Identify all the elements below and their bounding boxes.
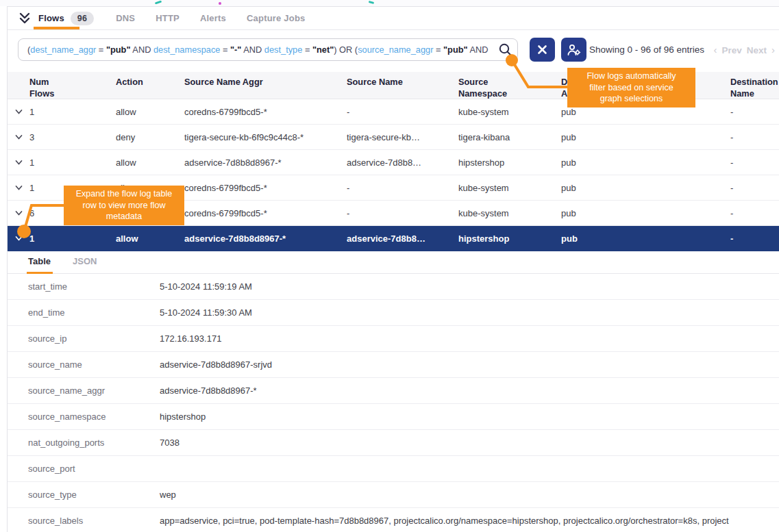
cell-source-name: adservice-7d8b8… <box>347 233 458 244</box>
flow-toolbar: (dest_name_aggr = "pub" AND dest_namespa… <box>8 30 779 72</box>
expand-row-chevron[interactable] <box>14 107 29 116</box>
expand-row-chevron[interactable] <box>14 158 29 167</box>
query-token: "pub" <box>106 45 131 55</box>
tab-flows[interactable]: Flows 96 <box>38 12 94 25</box>
prev-button[interactable]: Prev <box>721 45 741 55</box>
detail-key: source_name <box>28 359 160 370</box>
cell-dest-name-aggr: pub <box>561 107 730 117</box>
column-settings-button[interactable] <box>561 38 586 62</box>
cell-source-namespace: hipstershop <box>458 233 561 244</box>
cell-destination-name: - <box>730 132 779 142</box>
tab-dns[interactable]: DNS <box>116 13 135 23</box>
filter-query-text: (dest_name_aggr = "pub" AND dest_namespa… <box>27 39 500 60</box>
cell-num-flows: 1 <box>29 183 116 193</box>
query-token: "-" <box>230 45 241 55</box>
next-button[interactable]: Next <box>747 45 767 55</box>
flow-table-row[interactable]: 3 deny tigera-secure-kb-6f9c9c44c8-* tig… <box>8 125 779 150</box>
detail-key: start_time <box>28 281 160 292</box>
tab-http[interactable]: HTTP <box>156 13 180 23</box>
cell-source-name-aggr: coredns-6799fbcd5-* <box>184 183 347 193</box>
tab-alerts[interactable]: Alerts <box>200 13 226 23</box>
service-graph-edge <box>0 0 779 6</box>
query-token: = <box>96 45 106 55</box>
detail-value: adservice-7d8b8d8967-srjvd <box>160 359 779 370</box>
active-tab-underline <box>34 27 79 29</box>
col-header-destination-name[interactable]: Destination Name <box>730 77 779 99</box>
cell-source-name-aggr: coredns-6799fbcd5-* <box>184 107 347 117</box>
collapse-panel-button[interactable] <box>16 10 33 27</box>
flow-table-row[interactable]: 1 allow coredns-6799fbcd5-* - kube-syste… <box>8 99 779 125</box>
clear-filter-button[interactable] <box>530 38 555 62</box>
detail-row: source_ip 172.16.193.171 <box>8 326 779 352</box>
flow-table-row[interactable]: 1 allow coredns-6799fbcd5-* - kube-syste… <box>8 175 779 201</box>
chevron-left-icon[interactable]: ‹ <box>713 44 717 55</box>
detail-row: source_labels app=adservice, pci=true, p… <box>8 508 779 532</box>
query-token: dest_name_aggr <box>30 45 96 55</box>
col-header-dest-name-aggr[interactable]: Dest Name Aggr <box>561 77 624 99</box>
cell-source-name-aggr: coredns-6799fbcd5-* <box>184 208 347 218</box>
tab-capture-jobs[interactable]: Capture Jobs <box>247 13 305 23</box>
query-token: dest_namespace <box>153 45 220 55</box>
expand-row-chevron[interactable] <box>14 234 29 243</box>
expand-row-chevron[interactable] <box>14 209 29 218</box>
detail-row: source_name_aggr adservice-7d8b8d8967-* <box>8 378 779 404</box>
graph-fragment <box>369 1 374 4</box>
query-token: = <box>220 45 230 55</box>
query-token: dest_type <box>264 45 303 55</box>
cell-source-name: - <box>347 107 458 117</box>
expand-row-chevron[interactable] <box>14 183 29 192</box>
query-token: = <box>433 45 443 55</box>
col-header-source-name-aggr[interactable]: Source Name Aggr <box>184 77 347 88</box>
detail-value: app=adservice, pci=true, pod-template-ha… <box>160 516 779 526</box>
cell-destination-name: - <box>730 208 779 218</box>
detail-row: start_time 5-10-2024 11:59:19 AM <box>8 274 779 300</box>
graph-fragment <box>155 1 162 5</box>
cell-source-name: adservice-7d8b8… <box>347 157 458 168</box>
log-tabs-bar: Flows 96 DNS HTTP Alerts Capture Jobs <box>8 7 779 30</box>
detail-row: source_namespace hipstershop <box>8 404 779 430</box>
cell-num-flows: 3 <box>29 132 116 142</box>
query-token: AND <box>131 45 153 55</box>
flow-table-row[interactable]: 6 allow coredns-6799fbcd5-* - kube-syste… <box>8 201 779 226</box>
graph-fragment <box>219 2 221 5</box>
query-token: ) OR ( <box>334 45 358 55</box>
cell-dest-name-aggr: pub <box>561 208 730 218</box>
detail-row: source_name adservice-7d8b8d8967-srjvd <box>8 352 779 378</box>
col-header-num-flows[interactable]: Num Flows <box>29 77 61 99</box>
detail-key: source_type <box>28 490 160 500</box>
cell-source-name-aggr: adservice-7d8b8d8967-* <box>184 157 347 168</box>
expand-row-chevron[interactable] <box>14 133 29 142</box>
flow-table-row[interactable]: 1 allow adservice-7d8b8d8967-* adservice… <box>8 150 779 175</box>
detail-row: source_type wep <box>8 482 779 508</box>
cell-dest-name-aggr: pub <box>561 183 730 193</box>
detail-key: source_labels <box>28 516 160 526</box>
detail-tabs-bar: Table JSON <box>8 251 779 274</box>
cell-num-flows: 1 <box>29 107 116 117</box>
cell-action: allow <box>116 183 184 193</box>
search-icon[interactable] <box>498 42 513 60</box>
col-header-source-namespace[interactable]: Source Namespace <box>458 77 519 99</box>
cell-source-name-aggr: tigera-secure-kb-6f9c9c44c8-* <box>184 132 347 142</box>
detail-row: nat_outgoing_ports 7038 <box>8 430 779 456</box>
cell-source-name: - <box>347 208 458 218</box>
cell-num-flows: 6 <box>29 208 116 218</box>
cell-source-name: - <box>347 183 458 193</box>
cell-dest-name-aggr: pub <box>561 157 730 168</box>
detail-value: 7038 <box>160 438 779 448</box>
chevron-right-icon[interactable]: › <box>771 44 775 55</box>
cell-destination-name: - <box>730 233 779 244</box>
filter-query-input[interactable]: (dest_name_aggr = "pub" AND dest_namespa… <box>18 38 518 61</box>
user-gear-icon <box>567 43 581 57</box>
detail-tab-json[interactable]: JSON <box>73 256 97 266</box>
cell-dest-name-aggr: pub <box>561 132 730 142</box>
cell-action: allow <box>116 208 184 218</box>
cell-action: allow <box>116 107 184 117</box>
col-header-action[interactable]: Action <box>116 77 184 88</box>
query-token: AND <box>241 45 264 55</box>
flow-table-row-selected[interactable]: 1 allow adservice-7d8b8d8967-* adservice… <box>8 226 779 251</box>
query-token: "net" <box>312 45 334 55</box>
query-token: source_name_aggr <box>358 45 433 55</box>
detail-tab-table[interactable]: Table <box>28 256 51 266</box>
flows-count-badge: 96 <box>71 12 94 25</box>
col-header-source-name[interactable]: Source Name <box>347 77 458 88</box>
